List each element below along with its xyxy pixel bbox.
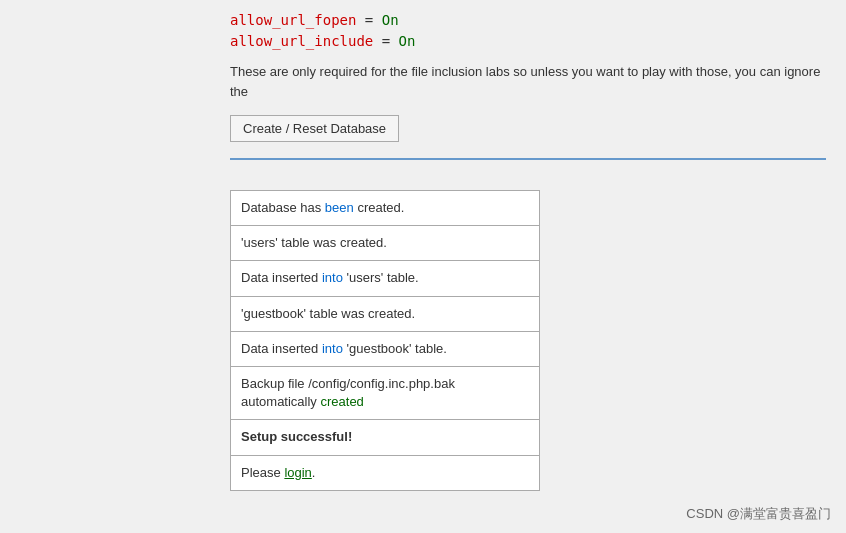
config-line-1: allow_url_fopen = On xyxy=(230,10,826,31)
message-db-created: Database has been created. xyxy=(230,190,540,226)
highlight-into-2: into xyxy=(322,341,343,356)
highlight-created: created xyxy=(320,394,363,409)
watermark: CSDN @满堂富贵喜盈门 xyxy=(686,505,831,523)
config-key-2: allow_url_include xyxy=(230,33,373,49)
create-reset-button[interactable]: Create / Reset Database xyxy=(230,115,399,142)
description-text: These are only required for the file inc… xyxy=(230,62,826,101)
message-guestbook-data: Data inserted into 'guestbook' table. xyxy=(230,332,540,367)
messages-container: Database has been created. 'users' table… xyxy=(230,190,540,491)
config-equals-1: = xyxy=(356,12,381,28)
message-backup: Backup file /config/config.inc.php.bak a… xyxy=(230,367,540,420)
config-key-1: allow_url_fopen xyxy=(230,12,356,28)
config-value-2: On xyxy=(399,33,416,49)
message-login: Please login. xyxy=(230,456,540,491)
highlight-been: been xyxy=(325,200,354,215)
message-users-data: Data inserted into 'users' table. xyxy=(230,261,540,296)
config-line-2: allow_url_include = On xyxy=(230,31,826,52)
login-link[interactable]: login xyxy=(284,465,311,480)
message-success: Setup successful! xyxy=(230,420,540,455)
message-guestbook-table: 'guestbook' table was created. xyxy=(230,297,540,332)
config-value-1: On xyxy=(382,12,399,28)
main-content: allow_url_fopen = On allow_url_include =… xyxy=(0,0,846,501)
highlight-into-1: into xyxy=(322,270,343,285)
config-equals-2: = xyxy=(373,33,398,49)
divider xyxy=(230,158,826,160)
php-config: allow_url_fopen = On allow_url_include =… xyxy=(230,10,826,52)
message-users-table: 'users' table was created. xyxy=(230,226,540,261)
